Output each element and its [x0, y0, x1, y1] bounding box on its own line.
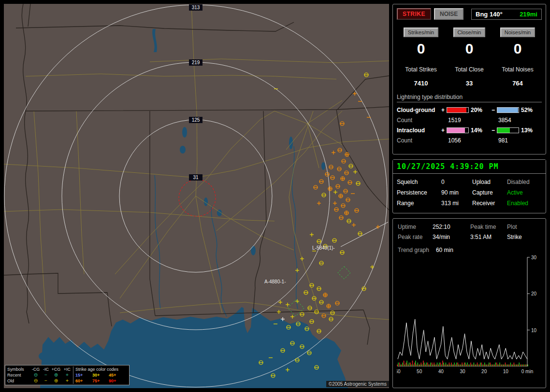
close-per-min-header[interactable]: Close/min [453, 28, 486, 37]
trend-graph-window: 60 min [436, 247, 453, 253]
session-stats: Uptime 252:10 Peak time Plot Peak rate 3… [397, 223, 542, 241]
neg-ic-recent-icon: − [41, 372, 51, 378]
bearing-readout[interactable]: Bng 140° 219mi [471, 9, 542, 20]
ic-minus-count: 981 [492, 137, 542, 144]
plus-sign: + [441, 127, 445, 134]
ic-plus-bar [447, 127, 469, 133]
strike-legend: Symbols -CG -IC +CG +IC Strike age color… [5, 365, 130, 385]
minus-sign: − [492, 127, 495, 134]
cg-minus-cell: − 52% [492, 107, 542, 113]
lightning-map[interactable]: 31321912531L-5849(1)-A-4880-1- Symbols -… [4, 4, 389, 388]
age-90: 90+ [109, 378, 127, 384]
pos-cg-old-icon: ⊕ [51, 378, 61, 384]
svg-text:0 min: 0 min [521, 369, 533, 374]
mode-toolbar: STRIKE NOISE Bng 140° 219mi [397, 8, 542, 20]
cg-minus-bar [497, 107, 519, 113]
range-label: Range [397, 200, 441, 207]
close-per-min-value: 0 [465, 42, 474, 56]
legend-symbols-header: Symbols [7, 366, 30, 372]
trend-graph-label: Trend graph [398, 247, 429, 253]
noise-mode-button[interactable]: NOISE [434, 8, 463, 20]
strikes-per-min-value: 0 [417, 42, 425, 56]
strikes-per-min-header[interactable]: Strikes/min [404, 28, 438, 37]
strikes-rate-column: Strikes/min 0 Total Strikes 7410 [397, 28, 445, 87]
trend-panel: Uptime 252:10 Peak time Plot Peak rate 3… [392, 218, 546, 388]
peak-time-value: 3:51 AM [470, 234, 507, 240]
peak-rate-label: Peak rate [398, 234, 433, 240]
total-noises-label: Total Noises [502, 66, 533, 73]
ic-plus-count: 1056 [441, 137, 492, 144]
noises-per-min-header[interactable]: Noises/min [500, 28, 535, 37]
counters-panel: STRIKE NOISE Bng 140° 219mi Strikes/min … [392, 4, 546, 154]
neg-cg-old-icon: ⊖ [30, 378, 41, 384]
svg-text:30: 30 [460, 369, 465, 374]
total-strikes-label: Total Strikes [405, 66, 436, 73]
close-rate-column: Close/min 0 Total Close 33 [445, 28, 493, 87]
svg-text:20: 20 [531, 291, 537, 296]
datetime-display: 10/27/2025 4:39:20 PM [393, 160, 546, 174]
noises-per-min-value: 0 [514, 42, 522, 56]
ic-minus-bar-fill [497, 128, 510, 133]
plus-sign: + [441, 107, 445, 113]
svg-text:50: 50 [417, 369, 422, 374]
ic-minus-pct: 13% [521, 127, 533, 134]
settings-grid: Squelch 0 Upload Disabled Persistence 90… [393, 174, 546, 211]
map-canvas: 31321912531L-5849(1)-A-4880-1- [4, 4, 389, 388]
svg-text:60: 60 [397, 369, 401, 374]
bearing-label: Bng 140° [476, 11, 503, 18]
range-value: 313 mi [441, 200, 472, 207]
total-strikes-value: 7410 [414, 80, 428, 87]
legend-age-header: Strike age color codes [73, 366, 127, 372]
receiver-label: Receiver [472, 200, 507, 207]
ic-plus-cell: + 14% [441, 127, 492, 134]
trend-graph: 3020106050403020100 min [397, 255, 542, 376]
neg-ic-old-icon: − [41, 378, 51, 384]
cg-minus-count: 3854 [492, 117, 542, 124]
pos-cg-recent-icon: ⊕ [51, 372, 61, 378]
receiver-status: Enabled [507, 200, 542, 207]
age-75: 75+ [92, 378, 109, 384]
pos-ic-old-icon: + [61, 378, 73, 384]
distribution-title: Lightning type distribution [397, 94, 542, 102]
legend-recent-label: Recent [7, 372, 30, 378]
plot-label: Plot [507, 224, 535, 230]
lightning-distribution: Lightning type distribution Cloud-ground… [397, 94, 542, 144]
cg-plus-cell: + 20% [441, 107, 492, 113]
age-45: 45+ [109, 372, 127, 378]
svg-text:40: 40 [438, 369, 444, 374]
trend-graph-header: Trend graph 60 min [397, 241, 542, 254]
svg-text:10: 10 [531, 328, 537, 333]
svg-text:A-4880-1-: A-4880-1- [264, 279, 286, 284]
strike-mode-button[interactable]: STRIKE [397, 8, 431, 20]
cg-minus-bar-fill [497, 108, 518, 112]
copyright-notice: ©2005 Astrogenic Systems [326, 381, 389, 387]
uptime-label: Uptime [398, 224, 433, 230]
legend-old-label: Old [7, 378, 30, 384]
svg-text:313: 313 [192, 5, 200, 10]
svg-text:20: 20 [481, 369, 487, 374]
legend-col-pos-ic: +IC [61, 366, 73, 372]
cg-plus-count: 1519 [441, 117, 492, 124]
intracloud-label: Intracloud [397, 127, 441, 134]
total-noises-value: 764 [512, 80, 523, 87]
persistence-label: Persistence [397, 189, 441, 196]
uptime-value: 252:10 [433, 224, 470, 230]
ic-minus-cell: − 13% [492, 127, 542, 134]
pos-ic-recent-icon: + [61, 372, 73, 378]
squelch-value: 0 [441, 179, 472, 185]
settings-panel: 10/27/2025 4:39:20 PM Squelch 0 Upload D… [392, 159, 546, 213]
persistence-value: 90 min [441, 189, 472, 196]
age-60: 60+ [73, 378, 92, 384]
total-close-label: Total Close [455, 66, 483, 73]
upload-label: Upload [472, 179, 507, 185]
bearing-range: 219mi [520, 11, 537, 18]
cg-minus-pct: 52% [521, 107, 533, 113]
upload-status: Disabled [507, 179, 542, 185]
total-close-value: 33 [466, 80, 473, 87]
cg-plus-bar-fill [447, 108, 466, 112]
rate-counters: Strikes/min 0 Total Strikes 7410 Close/m… [397, 28, 542, 87]
ic-minus-bar [497, 127, 519, 133]
squelch-label: Squelch [397, 179, 441, 185]
svg-text:219: 219 [192, 60, 200, 65]
cg-count-label: Count [397, 117, 441, 124]
